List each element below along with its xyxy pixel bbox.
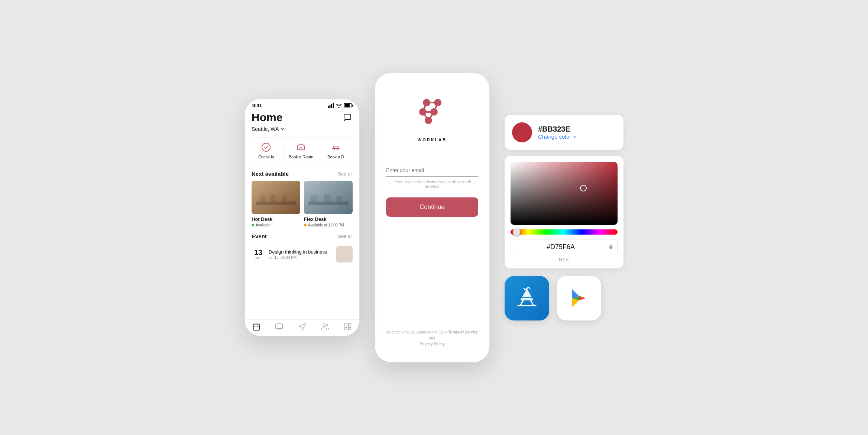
event-title: Event bbox=[252, 233, 267, 239]
desk-icon bbox=[331, 142, 341, 152]
color-swatch-info: #BB323E Change color > bbox=[538, 125, 616, 140]
svg-rect-25 bbox=[349, 324, 351, 326]
book-room-label: Book a Room bbox=[289, 155, 314, 159]
svg-rect-0 bbox=[328, 106, 329, 108]
event-header: Event See all bbox=[252, 233, 353, 239]
see-all-events[interactable]: See all bbox=[338, 233, 353, 239]
battery-icon bbox=[344, 103, 352, 107]
room-image-bg2 bbox=[304, 181, 353, 214]
signal-icon bbox=[328, 103, 334, 108]
status-icons bbox=[328, 103, 352, 108]
flex-desk-image bbox=[304, 181, 353, 214]
tab-rooms[interactable] bbox=[275, 323, 283, 331]
brand-name: WORKLAB bbox=[418, 138, 447, 142]
svg-rect-20 bbox=[276, 324, 282, 329]
continue-button[interactable]: Continue bbox=[386, 197, 478, 217]
rooms-grid: Hot Desk Available bbox=[252, 181, 353, 227]
tab-bar bbox=[245, 319, 359, 336]
flex-desk-name: Flex Desk bbox=[304, 216, 353, 222]
phone-header: Home bbox=[252, 110, 353, 124]
svg-rect-3 bbox=[333, 103, 334, 108]
phone-content: Home Seattle, WA Check in bbox=[245, 110, 359, 319]
color-swatch bbox=[512, 122, 532, 142]
phone-login: WORKLAB If you received an invitation, u… bbox=[375, 72, 490, 362]
svg-rect-14 bbox=[324, 194, 331, 202]
play-store-button[interactable] bbox=[557, 276, 601, 320]
chat-icon[interactable] bbox=[342, 112, 353, 123]
checkin-action[interactable]: Check in bbox=[252, 142, 284, 159]
hue-slider[interactable] bbox=[511, 229, 618, 235]
chevron-down-icon bbox=[280, 127, 285, 131]
email-input[interactable] bbox=[386, 164, 478, 177]
limited-dot bbox=[304, 224, 307, 226]
svg-point-23 bbox=[323, 324, 325, 326]
change-color-link[interactable]: Change color > bbox=[538, 133, 616, 140]
phone-home: 9:41 Home bbox=[244, 99, 360, 336]
color-swatch-card: #BB323E Change color > bbox=[505, 115, 624, 150]
worklab-logo bbox=[415, 95, 449, 126]
hue-thumb[interactable] bbox=[513, 228, 520, 236]
app-store-button[interactable] bbox=[505, 276, 549, 320]
tab-calendar[interactable] bbox=[252, 323, 260, 331]
email-hint: If you received an invitation, use that … bbox=[386, 180, 478, 188]
color-picker-card: #D75F6A HEX bbox=[505, 156, 624, 268]
event-name: Design thinking in business bbox=[269, 249, 333, 255]
svg-rect-10 bbox=[282, 196, 287, 202]
event-section: Event See all 13 JUL Design thinking in … bbox=[252, 233, 353, 265]
event-thumbnail bbox=[336, 246, 353, 262]
svg-rect-1 bbox=[330, 105, 331, 108]
book-desk-action[interactable]: Book a D bbox=[321, 142, 353, 159]
svg-rect-16 bbox=[253, 324, 260, 331]
time-display: 9:41 bbox=[252, 103, 262, 108]
svg-rect-12 bbox=[308, 202, 349, 205]
page-title: Home bbox=[252, 111, 282, 124]
event-item[interactable]: 13 JUL Design thinking in business Jul 1… bbox=[252, 243, 353, 265]
color-cursor[interactable] bbox=[580, 185, 587, 191]
quick-actions: Check in Book a Room Boo bbox=[252, 137, 353, 164]
svg-rect-8 bbox=[260, 196, 265, 202]
tab-grid[interactable] bbox=[344, 323, 352, 331]
city-label: Seattle, WA bbox=[252, 126, 279, 132]
wifi-icon bbox=[336, 103, 342, 108]
tab-announcements[interactable] bbox=[298, 323, 306, 331]
flex-desk-card[interactable]: Flex Desk Available at 12:00 PM bbox=[304, 181, 353, 227]
svg-point-4 bbox=[262, 143, 270, 151]
color-gradient[interactable] bbox=[511, 162, 618, 225]
book-room-action[interactable]: Book a Room bbox=[286, 142, 318, 159]
hot-desk-image bbox=[252, 181, 300, 214]
color-panel: #BB323E Change color > #D75F6A HEX bbox=[505, 115, 624, 268]
available-dot bbox=[252, 224, 254, 226]
hex-arrow-down[interactable] bbox=[609, 247, 613, 249]
color-hex-label: #BB323E bbox=[538, 125, 616, 133]
svg-rect-27 bbox=[349, 328, 351, 330]
event-time: Jul 13, 06:00 PM bbox=[269, 255, 333, 260]
room-icon bbox=[296, 142, 306, 152]
svg-rect-13 bbox=[310, 196, 317, 202]
next-available-header: Next available See all bbox=[252, 171, 353, 177]
tab-people[interactable] bbox=[321, 323, 329, 331]
location-row[interactable]: Seattle, WA bbox=[252, 126, 353, 132]
svg-rect-2 bbox=[331, 104, 332, 108]
login-form: If you received an invitation, use that … bbox=[386, 164, 478, 217]
hot-desk-card[interactable]: Hot Desk Available bbox=[252, 181, 300, 227]
svg-rect-26 bbox=[345, 328, 347, 330]
svg-rect-6 bbox=[252, 181, 300, 214]
hex-arrows bbox=[609, 244, 613, 249]
hex-value[interactable]: #D75F6A bbox=[515, 243, 606, 251]
see-all-rooms[interactable]: See all bbox=[338, 171, 353, 177]
app-icons-row bbox=[505, 276, 601, 320]
checkin-label: Check in bbox=[258, 155, 274, 159]
svg-rect-7 bbox=[256, 202, 296, 205]
svg-rect-24 bbox=[345, 324, 347, 326]
svg-rect-15 bbox=[336, 196, 342, 202]
book-desk-label: Book a D bbox=[327, 155, 344, 159]
room-image-bg bbox=[252, 181, 300, 214]
flex-desk-status: Available at 12:00 PM bbox=[304, 223, 353, 227]
event-month: JUL bbox=[252, 256, 265, 260]
hex-type-label: HEX bbox=[511, 257, 618, 262]
status-bar: 9:41 bbox=[245, 99, 359, 110]
svg-rect-9 bbox=[270, 194, 275, 202]
hex-arrow-up[interactable] bbox=[609, 244, 613, 246]
login-footer: By continuing, you agree to the Optix Te… bbox=[386, 329, 478, 347]
right-panel: #BB323E Change color > #D75F6A HEX bbox=[505, 115, 624, 320]
